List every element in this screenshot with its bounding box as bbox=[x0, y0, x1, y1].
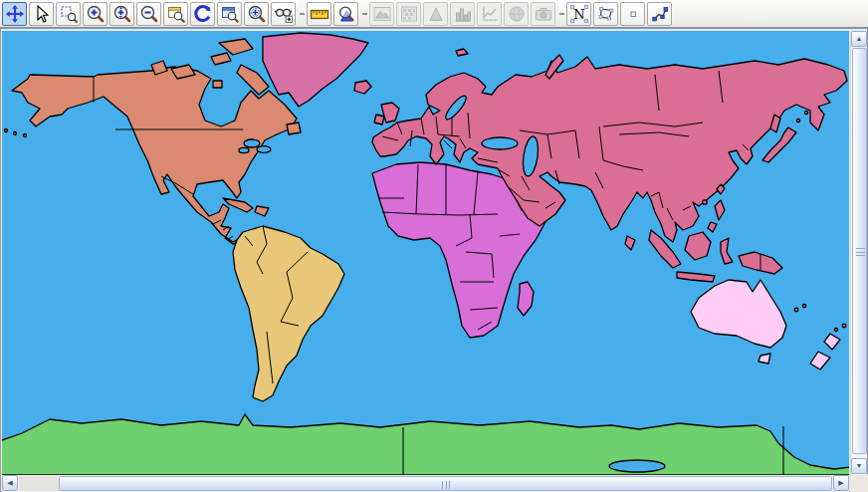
map-canvas[interactable] bbox=[2, 31, 849, 475]
vertex-size-button[interactable] bbox=[620, 2, 645, 26]
zoom-in-fixed-icon bbox=[112, 4, 132, 24]
pan-icon bbox=[5, 4, 25, 24]
horizontal-scrollbar[interactable]: ◀ ▶ bbox=[2, 475, 849, 492]
histogram-button bbox=[450, 2, 475, 26]
pan-button[interactable] bbox=[2, 2, 27, 26]
scroll-right-button[interactable]: ▶ bbox=[833, 475, 849, 491]
line-chart-icon bbox=[480, 4, 500, 24]
raster-grid-icon bbox=[399, 4, 419, 24]
histogram-icon bbox=[453, 4, 473, 24]
zoom-out-icon bbox=[139, 4, 159, 24]
scrollbar-corner bbox=[850, 475, 868, 492]
svg-text:N: N bbox=[573, 6, 584, 21]
gis-application-window: N bbox=[0, 0, 868, 492]
globe-view-button bbox=[504, 2, 529, 26]
scrollbar-track[interactable] bbox=[19, 476, 59, 491]
left-arrow-icon: ◀ bbox=[7, 479, 12, 486]
zoom-box-button[interactable] bbox=[56, 2, 81, 26]
zoom-in-icon bbox=[86, 4, 106, 24]
select-cursor-button[interactable] bbox=[29, 2, 54, 26]
edit-polygon-button[interactable] bbox=[593, 2, 618, 26]
world-map bbox=[2, 31, 849, 475]
up-arrow-icon: ▲ bbox=[856, 35, 863, 42]
raster-image-button bbox=[369, 2, 394, 26]
find-button[interactable] bbox=[333, 2, 358, 26]
globe-icon bbox=[507, 4, 527, 24]
zoom-in-fixed-button[interactable] bbox=[109, 2, 134, 26]
toolbar-separator bbox=[557, 2, 566, 26]
zoom-in-button[interactable] bbox=[83, 2, 108, 26]
vertical-scrollbar[interactable]: ▲ ▼ bbox=[850, 31, 867, 475]
scroll-down-button[interactable]: ▼ bbox=[851, 458, 867, 474]
camera-icon bbox=[534, 4, 553, 24]
zoom-layer-icon bbox=[220, 4, 240, 24]
zoom-full-extent-button[interactable] bbox=[163, 2, 188, 26]
letter-n-handles-icon: N bbox=[569, 4, 589, 24]
scrollbar-grip bbox=[442, 481, 450, 489]
toolbar: N bbox=[0, 0, 868, 29]
redraw-button[interactable] bbox=[190, 2, 215, 26]
scroll-left-button[interactable]: ◀ bbox=[2, 475, 18, 491]
polygon-vertices-icon bbox=[596, 4, 616, 24]
raster-mountain-icon bbox=[426, 4, 446, 24]
refresh-icon bbox=[193, 4, 213, 24]
snapshot-button bbox=[531, 2, 555, 26]
zoom-out-button[interactable] bbox=[136, 2, 161, 26]
ruler-icon bbox=[310, 4, 329, 24]
zoom-coordinates-icon bbox=[247, 4, 267, 24]
horizontal-scrollbar-thumb[interactable] bbox=[59, 476, 832, 491]
zoom-to-selection-button[interactable] bbox=[217, 2, 242, 26]
toolbar-separator bbox=[360, 2, 369, 26]
vertical-scrollbar-thumb[interactable] bbox=[852, 48, 867, 454]
zoom-box-icon bbox=[59, 4, 79, 24]
label-text-button[interactable]: N bbox=[566, 2, 591, 26]
down-arrow-icon: ▼ bbox=[856, 462, 863, 469]
measure-button[interactable] bbox=[307, 2, 331, 26]
scrollbar-grip bbox=[856, 248, 865, 256]
zoom-window-icon bbox=[166, 4, 186, 24]
antarctic-lakes bbox=[609, 460, 665, 472]
zoom-to-coordinates-button[interactable] bbox=[244, 2, 269, 26]
zoom-triangle-icon bbox=[336, 4, 356, 24]
edit-polyline-button[interactable] bbox=[647, 2, 672, 26]
profile-chart-button bbox=[477, 2, 502, 26]
cursor-icon bbox=[32, 4, 52, 24]
raster-texture-button bbox=[396, 2, 421, 26]
toolbar-separator bbox=[298, 2, 307, 26]
scroll-up-button[interactable]: ▲ bbox=[851, 31, 867, 47]
polyline-vertices-icon bbox=[650, 4, 670, 24]
identify-button[interactable] bbox=[271, 2, 296, 26]
right-arrow-icon: ▶ bbox=[838, 479, 843, 486]
small-square-icon bbox=[623, 4, 643, 24]
raster-hillshade-button bbox=[423, 2, 448, 26]
raster-image-icon bbox=[372, 4, 392, 24]
eyeglasses-add-icon bbox=[274, 4, 294, 24]
